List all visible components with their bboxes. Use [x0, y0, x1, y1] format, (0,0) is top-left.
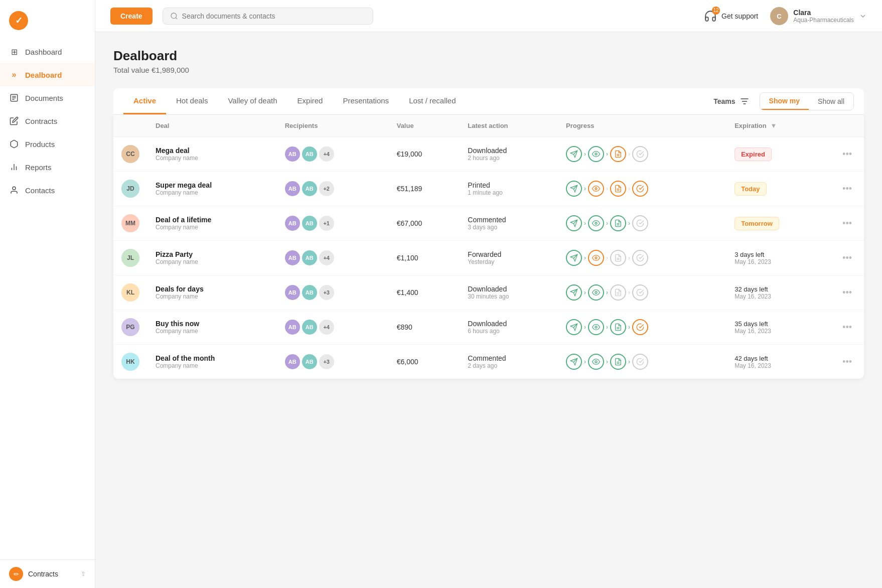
expiration-days: 42 days left — [734, 355, 822, 362]
svg-point-22 — [595, 188, 597, 190]
svg-point-8 — [171, 13, 177, 19]
step-arrow: › — [628, 151, 630, 158]
row-avatar: KL — [121, 283, 139, 302]
svg-point-27 — [595, 222, 597, 224]
col-value-header: Value — [389, 115, 460, 137]
sidebar-item-label: Documents — [25, 94, 63, 102]
teams-filter: Teams — [713, 96, 749, 106]
progress-steps: ››› — [566, 354, 718, 370]
progress-step — [588, 215, 604, 231]
progress-step — [632, 319, 648, 335]
deal-value: €6,000 — [397, 358, 418, 366]
sidebar-item-contacts[interactable]: Contacts — [0, 179, 95, 202]
user-menu[interactable]: C Clara Aqua-Pharmaceuticals — [770, 7, 867, 25]
recipient-bubble: AB — [302, 250, 317, 265]
recipient-bubble: AB — [285, 216, 300, 231]
support-badge: 12 — [712, 7, 720, 15]
recipient-bubble: AB — [302, 146, 317, 162]
row-avatar: PG — [121, 318, 139, 336]
row-more-button[interactable]: ••• — [838, 182, 856, 196]
row-more-button[interactable]: ••• — [838, 147, 856, 162]
recipients: ABAB+3 — [285, 285, 381, 300]
search-input[interactable] — [182, 12, 366, 20]
avatar-image: C — [771, 8, 788, 25]
recipient-more: +3 — [319, 285, 334, 300]
recipients: ABAB+1 — [285, 216, 381, 231]
progress-steps: ››› — [566, 284, 718, 301]
filter-icon[interactable] — [740, 96, 750, 106]
progress-step — [632, 250, 648, 266]
deal-value: €67,000 — [397, 219, 422, 227]
tab-valley-of-death[interactable]: Valley of death — [218, 88, 287, 114]
row-more-button[interactable]: ••• — [838, 251, 856, 265]
recipient-bubble: AB — [285, 146, 300, 162]
recipient-bubble: AB — [302, 354, 317, 369]
svg-point-7 — [13, 187, 16, 190]
sidebar-item-label: Dealboard — [25, 71, 62, 79]
show-my-button[interactable]: Show my — [760, 93, 809, 110]
col-expiration-header: Expiration ▼ — [726, 115, 830, 137]
sidebar-item-documents[interactable]: Documents — [0, 86, 95, 109]
search-bar — [163, 8, 373, 25]
col-recipients-header: Recipients — [277, 115, 389, 137]
progress-step — [588, 250, 604, 266]
create-button[interactable]: Create — [110, 8, 153, 25]
deal-value: €19,000 — [397, 150, 422, 158]
progress-steps: ››› — [566, 215, 718, 231]
topbar: Create 12 Get support C — [95, 0, 882, 32]
get-support-button[interactable]: 12 Get support — [703, 9, 758, 23]
latest-action: Downloaded — [468, 320, 550, 328]
expiration-date: May 16, 2023 — [734, 328, 822, 335]
tab-expired[interactable]: Expired — [287, 88, 333, 114]
show-toggle: Show my Show all — [760, 92, 854, 110]
row-avatar: MM — [121, 214, 139, 232]
progress-step — [632, 354, 648, 370]
deal-name: Deal of the month — [156, 354, 269, 362]
deal-value: €1,400 — [397, 288, 418, 297]
tab-presentations[interactable]: Presentations — [333, 88, 399, 114]
progress-step — [566, 146, 582, 162]
step-arrow: › — [606, 324, 608, 331]
chevron-down-icon — [859, 12, 867, 20]
dealboard-icon: » — [9, 70, 19, 80]
sidebar-bottom-contracts[interactable]: ✏ Contracts ⇧ — [0, 559, 95, 588]
latest-action: Downloaded — [468, 146, 550, 155]
sidebar-item-products[interactable]: Products — [0, 132, 95, 156]
recipient-more: +1 — [319, 216, 334, 231]
sidebar-item-reports[interactable]: Reports — [0, 156, 95, 179]
recipient-more: +2 — [319, 181, 334, 196]
page-subtitle: Total value €1,989,000 — [113, 66, 864, 74]
progress-step — [566, 284, 582, 301]
tab-active[interactable]: Active — [123, 88, 166, 114]
contracts-icon — [9, 116, 19, 126]
row-more-button[interactable]: ••• — [838, 355, 856, 369]
col-avatar-header — [113, 115, 148, 137]
row-more-button[interactable]: ••• — [838, 216, 856, 231]
sidebar-item-contracts[interactable]: Contracts — [0, 109, 95, 132]
tab-lost-recalled[interactable]: Lost / recalled — [399, 88, 466, 114]
progress-step — [588, 284, 604, 301]
page-content: Dealboard Total value €1,989,000 Active … — [95, 32, 882, 588]
show-all-button[interactable]: Show all — [809, 93, 853, 109]
row-avatar: JD — [121, 180, 139, 198]
expiration-date: May 16, 2023 — [734, 293, 822, 300]
deal-company: Company name — [156, 258, 269, 265]
expiration-days: 3 days left — [734, 251, 822, 258]
step-arrow: › — [606, 254, 608, 261]
row-more-button[interactable]: ••• — [838, 285, 856, 300]
sidebar-item-dealboard[interactable]: » Dealboard — [0, 63, 95, 86]
row-avatar: CC — [121, 145, 139, 163]
deal-company: Company name — [156, 362, 269, 369]
latest-action: Commented — [468, 216, 550, 224]
sidebar-item-dashboard[interactable]: ⊞ Dashboard — [0, 40, 95, 63]
latest-action-time: 1 minute ago — [468, 189, 550, 196]
row-more-button[interactable]: ••• — [838, 320, 856, 335]
sidebar-logo: ✓ — [0, 5, 95, 40]
deal-name: Buy this now — [156, 320, 269, 328]
sort-icon[interactable]: ▼ — [770, 122, 777, 129]
tab-hot-deals[interactable]: Hot deals — [166, 88, 218, 114]
deal-company: Company name — [156, 293, 269, 300]
deal-name: Mega deal — [156, 146, 269, 155]
step-arrow: › — [606, 220, 608, 227]
progress-step — [610, 284, 626, 301]
